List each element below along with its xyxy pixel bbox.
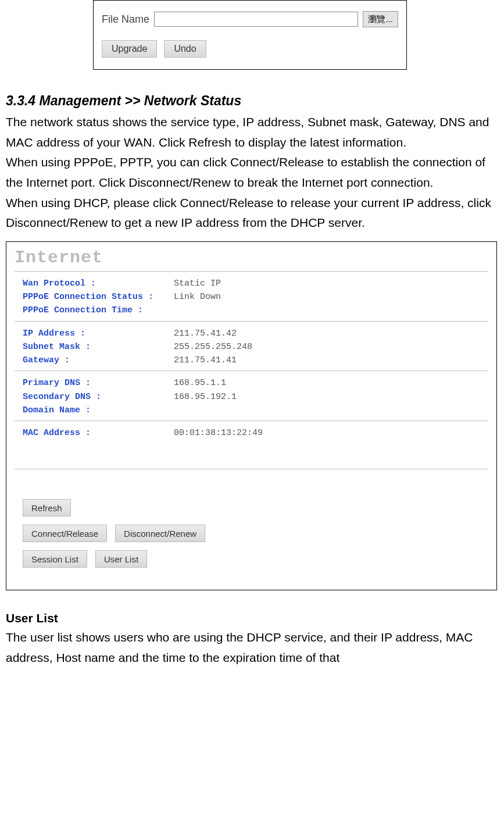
status-row: PPPoE Connection Status :Link Down: [15, 290, 488, 304]
refresh-button[interactable]: Refresh: [23, 499, 71, 516]
internet-title: Internet: [15, 248, 488, 268]
status-label: Secondary DNS :: [23, 390, 174, 404]
status-value: 211.75.41.42: [174, 327, 237, 340]
internet-status-panel: Internet Wan Protocol :Static IP PPPoE C…: [6, 241, 497, 591]
status-row: Domain Name :: [15, 404, 488, 417]
section-heading: 3.3.4 Management >> Network Status: [6, 93, 498, 109]
upgrade-button[interactable]: Upgrade: [102, 40, 157, 58]
status-value: 168.95.192.1: [174, 390, 237, 404]
disconnect-renew-button[interactable]: Disconnect/Renew: [115, 525, 205, 542]
status-row: Secondary DNS :168.95.192.1: [15, 390, 488, 404]
divider: [15, 421, 488, 422]
status-value: 255.255.255.248: [174, 340, 252, 354]
browse-button[interactable]: 瀏覽...: [363, 11, 398, 27]
section-para-3: When using DHCP, please click Connect/Re…: [6, 193, 498, 233]
status-value: Static IP: [174, 277, 221, 290]
status-row: Gateway :211.75.41.41: [15, 354, 488, 367]
file-name-input[interactable]: [154, 12, 358, 27]
file-name-label: File Name: [102, 13, 149, 26]
status-row: PPPoE Connection Time :: [15, 304, 488, 317]
status-value: Link Down: [174, 290, 221, 304]
section-para-1: The network status shows the service typ…: [6, 112, 498, 152]
status-label: PPPoE Connection Status :: [23, 290, 174, 304]
status-label: Primary DNS :: [23, 376, 174, 390]
status-value: 168.95.1.1: [174, 376, 226, 390]
status-label: Wan Protocol :: [23, 277, 174, 290]
status-row: Wan Protocol :Static IP: [15, 277, 488, 290]
status-row: MAC Address :00:01:38:13:22:49: [15, 426, 488, 440]
status-label: PPPoE Connection Time :: [23, 304, 174, 317]
status-label: MAC Address :: [23, 426, 174, 440]
status-value: 00:01:38:13:22:49: [174, 426, 263, 440]
connect-release-button[interactable]: Connect/Release: [23, 525, 107, 542]
divider: [15, 370, 488, 372]
status-label: Domain Name :: [23, 404, 174, 417]
user-list-button[interactable]: User List: [95, 550, 147, 568]
status-row: Primary DNS :168.95.1.1: [15, 376, 488, 390]
divider: [15, 321, 488, 322]
section-para-2: When using PPPoE, PPTP, you can click Co…: [6, 152, 498, 193]
user-list-para: The user list shows users who are using …: [6, 628, 498, 668]
status-label: Subnet Mask :: [23, 340, 174, 354]
status-row: Subnet Mask :255.255.255.248: [15, 340, 488, 354]
upload-panel: File Name 瀏覽... Upgrade Undo: [93, 0, 407, 70]
session-list-button[interactable]: Session List: [23, 550, 87, 568]
status-label: Gateway :: [23, 354, 174, 367]
divider: [15, 469, 488, 470]
divider: [15, 271, 488, 272]
status-value: 211.75.41.41: [174, 354, 237, 367]
status-row: IP Address :211.75.41.42: [15, 327, 488, 340]
status-label: IP Address :: [23, 327, 174, 340]
user-list-heading: User List: [6, 611, 498, 625]
undo-button[interactable]: Undo: [164, 40, 206, 58]
